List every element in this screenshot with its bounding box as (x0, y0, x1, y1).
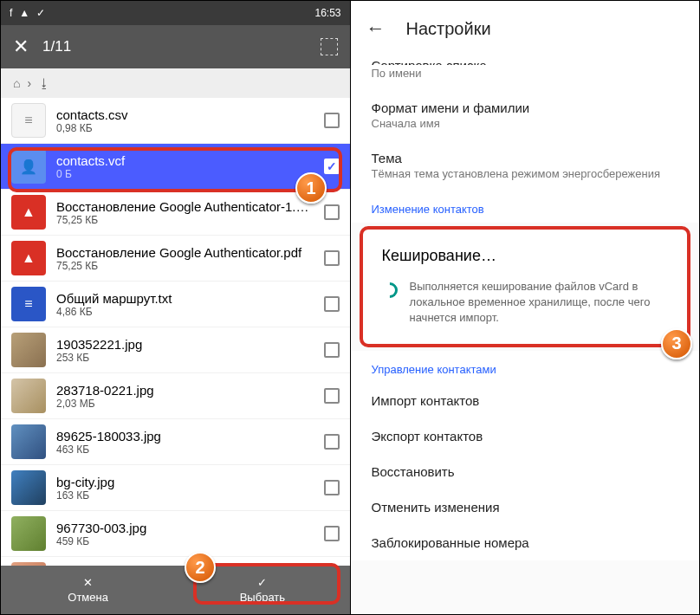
select-label: Выбрать (240, 591, 285, 604)
caching-dialog: Кеширование… Выполняется кеширование фай… (360, 226, 691, 347)
file-name: contacts.vcf (56, 153, 314, 168)
back-arrow-icon[interactable]: ← (366, 17, 386, 40)
file-size: 0 Б (56, 168, 314, 180)
file-name: 89625-180033.jpg (56, 429, 314, 443)
home-icon[interactable]: ⌂ (13, 76, 20, 90)
doc-icon: ≡ (11, 103, 46, 138)
setting-item[interactable]: Восстановить (351, 454, 700, 489)
file-info: Общий маршрут.txt4,86 КБ (56, 291, 314, 318)
file-info: 89625-180033.jpg463 КБ (56, 429, 314, 456)
setting-label: Тема (372, 151, 679, 165)
setting-sub: Тёмная тема установлена режимом энергосб… (372, 167, 679, 180)
setting-sub: По имени (372, 67, 679, 80)
check-icon: ✓ (36, 7, 45, 19)
cancel-button[interactable]: ✕ Отмена (1, 566, 175, 614)
setting-item[interactable]: Экспорт контактов (351, 418, 700, 454)
setting-label: Восстановить (372, 464, 679, 479)
file-row[interactable]: 283718-0221.jpg2,03 МБ (1, 373, 350, 419)
dialog-title: Кеширование… (382, 247, 669, 265)
file-row[interactable]: bg-city.jpg163 КБ (1, 465, 350, 511)
file-row[interactable]: 967730-003.jpg459 КБ (1, 511, 350, 557)
setting-item[interactable]: Заблокированные номера (351, 525, 700, 560)
file-row[interactable]: ≡Общий маршрут.txt4,86 КБ (1, 282, 350, 327)
breadcrumb-separator: › (27, 76, 31, 90)
checkbox[interactable] (324, 342, 340, 358)
setting-label: Заблокированные номера (372, 535, 679, 550)
setting-label: Экспорт контактов (372, 429, 679, 443)
file-row[interactable]: 190352221.jpg253 КБ (1, 327, 350, 373)
setting-item[interactable]: Отменить изменения (351, 489, 700, 525)
setting-item[interactable]: ТемаТёмная тема установлена режимом энер… (351, 140, 700, 191)
badge-3: 3 (661, 328, 692, 359)
setting-label: Формат имени и фамилии (372, 100, 679, 115)
setting-label: Отменить изменения (372, 500, 679, 515)
breadcrumb: ⌂ › ⭳ (1, 68, 350, 98)
file-row[interactable]: ▲Восстановление Google Authenticator.pdf… (1, 236, 350, 282)
badge-1: 1 (295, 172, 327, 204)
dialog-text: Выполняется кеширование файлов vCard в л… (410, 279, 669, 327)
checkbox[interactable] (324, 388, 340, 404)
file-size: 163 КБ (56, 489, 314, 502)
file-info: Восстановление Google Authenticator.pdf7… (56, 245, 314, 272)
img-icon (11, 516, 46, 551)
bottom-bar: ✕ Отмена ✓ Выбрать (1, 566, 350, 614)
checkbox[interactable]: ✓ (324, 159, 340, 174)
close-icon: ✕ (83, 576, 93, 589)
file-size: 463 КБ (56, 443, 314, 456)
file-info: 190352221.jpg253 КБ (56, 337, 314, 364)
file-info: contacts.csv0,98 КБ (56, 107, 314, 134)
close-icon[interactable]: ✕ (13, 36, 29, 58)
file-row[interactable]: ≡contacts.csv0,98 КБ (1, 98, 350, 144)
badge-2: 2 (185, 552, 216, 583)
selection-count: 1/11 (42, 38, 307, 55)
img-icon (11, 470, 46, 505)
file-name: Восстановление Google Authenticator.pdf (56, 245, 314, 260)
download-icon[interactable]: ⭳ (38, 76, 50, 90)
selection-app-bar: ✕ 1/11 (1, 25, 350, 68)
file-row[interactable]: 89625-180033.jpg463 КБ (1, 419, 350, 465)
file-size: 75,25 КБ (56, 260, 314, 272)
file-name: bg-city.jpg (56, 475, 314, 489)
cancel-label: Отмена (68, 591, 108, 604)
setting-item[interactable]: Сортировка спискаПо имени (351, 56, 700, 90)
settings-top-group: Сортировка спискаПо имениФормат имени и … (351, 56, 700, 191)
file-name: 190352221.jpg (56, 337, 314, 352)
facebook-icon: f (10, 7, 12, 19)
status-time: 16:53 (314, 7, 340, 19)
txt-icon: ≡ (11, 287, 46, 321)
checkbox[interactable] (324, 250, 340, 266)
img-icon (11, 379, 46, 413)
img-icon (11, 424, 46, 459)
file-info: contacts.vcf0 Б (56, 153, 314, 180)
setting-label: Импорт контактов (372, 393, 679, 408)
file-size: 4,86 КБ (56, 306, 314, 318)
pdf-icon: ▲ (11, 195, 46, 230)
section-edit-contacts: Изменение контактов (351, 191, 700, 223)
setting-sub: Сначала имя (372, 117, 679, 130)
file-size: 75,25 КБ (56, 214, 314, 226)
file-size: 253 КБ (56, 352, 314, 364)
file-list: ≡contacts.csv0,98 КБ👤contacts.vcf0 Б✓▲Во… (1, 98, 350, 603)
setting-item[interactable]: Импорт контактов (351, 383, 700, 418)
setting-item[interactable]: Формат имени и фамилииСначала имя (351, 90, 700, 140)
check-icon: ✓ (257, 576, 267, 589)
status-icons-left: f ▲ ✓ (10, 7, 45, 19)
file-size: 459 КБ (56, 535, 314, 547)
select-all-icon[interactable] (321, 38, 338, 55)
file-name: Восстановление Google Authenticator-1.pd… (56, 199, 314, 214)
checkbox[interactable] (324, 113, 340, 128)
pdf-icon: ▲ (11, 241, 46, 275)
checkbox[interactable] (324, 296, 340, 312)
spinner-icon (379, 279, 400, 301)
file-size: 0,98 КБ (56, 122, 314, 134)
file-size: 2,03 МБ (56, 398, 314, 410)
status-bar: f ▲ ✓ 16:53 (1, 1, 350, 25)
file-name: 967730-003.jpg (56, 521, 314, 535)
file-info: Восстановление Google Authenticator-1.pd… (56, 199, 314, 226)
checkbox[interactable] (324, 434, 340, 450)
file-info: bg-city.jpg163 КБ (56, 475, 314, 502)
checkbox[interactable] (324, 204, 340, 220)
checkbox[interactable] (324, 480, 340, 495)
checkbox[interactable] (324, 526, 340, 541)
settings-title: Настройки (406, 19, 491, 39)
